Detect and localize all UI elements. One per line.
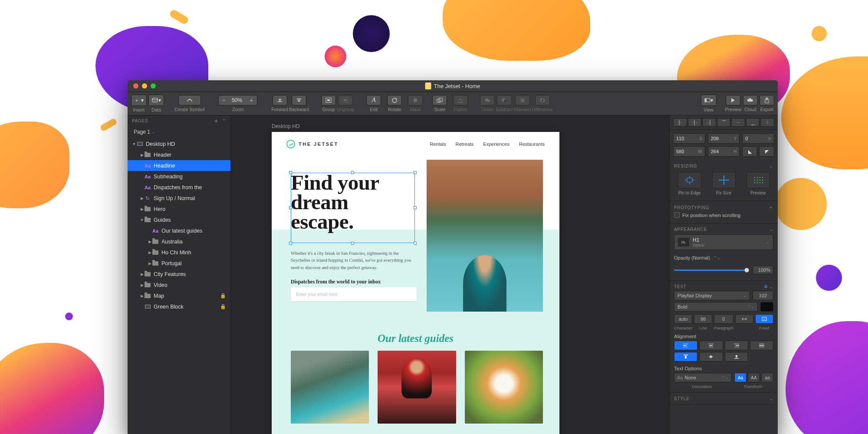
layer-row[interactable]: AaSubheading (128, 171, 230, 182)
character-spacing-input[interactable]: auto (674, 314, 692, 324)
align-center-v-button[interactable]: ─ (731, 118, 745, 127)
subtract-button[interactable] (497, 95, 512, 105)
layer-row[interactable]: ▶Header (128, 149, 230, 160)
insert-button[interactable]: ＋ ▾ (132, 95, 146, 105)
rotate-button[interactable] (387, 95, 402, 105)
align-left-button[interactable]: ┃▫ (673, 118, 687, 127)
scale-button[interactable] (432, 95, 447, 105)
text-style-selector[interactable]: H₁ H1Styles/ ⌄ (674, 234, 773, 250)
distribute-button[interactable]: ⫴ (760, 118, 774, 127)
align-top-button[interactable]: ▔ (717, 118, 731, 127)
font-weight-selector[interactable]: Bold⌃⌄ (674, 302, 758, 312)
font-family-selector[interactable]: Playfair Display⌄ (674, 291, 750, 300)
chevron-down-icon[interactable]: ⌄ (769, 164, 773, 168)
page-selector[interactable]: Page 1 ⌄ (128, 126, 230, 138)
resize-preview-button[interactable]: Preview (743, 172, 773, 195)
pages-collapse-icon[interactable]: ⌃ (222, 118, 226, 123)
layer-row[interactable]: AaHeadline (128, 160, 230, 171)
chevron-down-icon[interactable]: ⌄ (769, 227, 773, 232)
artboard-label[interactable]: Desktop HD (272, 123, 300, 129)
layer-row[interactable]: ▶City Features (128, 269, 230, 279)
forward-button[interactable] (273, 95, 287, 105)
add-icon[interactable]: ＋ (769, 204, 773, 210)
view-button[interactable]: ▾ (701, 95, 716, 105)
layer-row[interactable]: ▶Video (128, 279, 230, 290)
flip-v-button[interactable]: ◤ (759, 146, 774, 157)
x-input[interactable]: 110X (673, 133, 705, 144)
union-button[interactable] (480, 95, 495, 105)
decoration-selector[interactable]: AaNone⌃⌄ (674, 373, 732, 382)
paragraph-spacing-input[interactable]: 0 (714, 314, 733, 324)
layer-row[interactable]: ▶Map🔒 (128, 290, 230, 301)
auto-width-button[interactable] (735, 314, 753, 324)
opacity-slider[interactable] (674, 270, 749, 271)
resize-handle[interactable] (289, 171, 292, 174)
text-align-center-button[interactable] (699, 341, 723, 350)
transform-lower-button[interactable]: aa (761, 373, 773, 382)
transform-upper-button[interactable]: AA (748, 373, 760, 382)
selected-layer[interactable]: Find your dream escape. (291, 173, 415, 243)
text-align-left-button[interactable] (674, 341, 697, 350)
zoom-window-button[interactable] (151, 83, 156, 89)
intersect-button[interactable] (515, 95, 530, 105)
layer-row[interactable]: ▶↻Sign Up / Normal (128, 193, 230, 204)
resize-handle[interactable] (289, 206, 292, 209)
rotate-input[interactable]: 0⟳ (742, 133, 774, 144)
line-height-input[interactable]: 88 (694, 314, 712, 324)
backward-button[interactable] (292, 95, 306, 105)
layer-row[interactable]: ▼Desktop HD (128, 138, 230, 149)
resize-handle[interactable] (414, 171, 417, 174)
text-align-right-button[interactable] (725, 341, 748, 350)
resize-handle[interactable] (414, 206, 417, 209)
layer-row[interactable]: Green Block🔒 (128, 301, 230, 312)
resize-handle[interactable] (414, 242, 417, 245)
preview-button[interactable] (726, 95, 740, 105)
align-center-h-button[interactable]: ▫┃▫ (688, 118, 702, 127)
zoom-control[interactable]: − 50% ＋ (218, 95, 257, 105)
resize-handle[interactable] (351, 242, 354, 245)
resize-handle[interactable] (351, 171, 354, 174)
lock-icon[interactable]: 🔒 (220, 293, 226, 299)
layer-row[interactable]: ▼Guides (128, 214, 230, 225)
add-page-button[interactable]: ＋ (213, 117, 220, 125)
close-window-button[interactable] (133, 83, 138, 89)
width-input[interactable]: 580W (673, 146, 705, 157)
layer-row[interactable]: AaOur latest guides (128, 225, 230, 236)
layer-row[interactable]: ▶Australia (128, 236, 230, 247)
resize-handle[interactable] (289, 242, 292, 245)
flip-h-button[interactable]: ◣ (742, 146, 757, 157)
text-valign-top-button[interactable] (674, 352, 697, 362)
gear-icon[interactable]: ⚙ ⌄ (764, 284, 773, 289)
lock-icon[interactable]: 🔒 (220, 304, 226, 309)
layer-row[interactable]: AaDispatches from the (128, 182, 230, 193)
pin-to-edge-button[interactable]: Pin to Edge (674, 172, 705, 195)
canvas[interactable]: Desktop HD THE JETSET Rentals Retreats E… (231, 115, 669, 434)
export-button[interactable] (760, 95, 774, 105)
edit-button[interactable]: A (366, 95, 381, 105)
fix-size-button[interactable]: Fix Size (708, 172, 739, 195)
mask-button[interactable] (408, 95, 423, 105)
opacity-value[interactable]: 100% (753, 266, 773, 274)
text-align-justify-button[interactable] (750, 341, 773, 350)
align-right-button[interactable]: ▫┃ (702, 118, 716, 127)
group-button[interactable] (321, 95, 336, 105)
difference-button[interactable] (535, 95, 550, 105)
ungroup-button[interactable] (338, 95, 353, 105)
font-size-input[interactable]: 102 (753, 291, 773, 300)
layer-row[interactable]: ▶Hero (128, 204, 230, 214)
fixed-width-button[interactable] (755, 314, 773, 324)
create-symbol-button[interactable] (178, 95, 201, 105)
y-input[interactable]: 208Y (708, 133, 740, 144)
minimize-window-button[interactable] (142, 83, 147, 89)
text-valign-middle-button[interactable] (699, 352, 723, 362)
transform-none-button[interactable]: Aa (734, 373, 746, 382)
chevron-down-icon[interactable]: ⌄ (769, 396, 773, 401)
layer-row[interactable]: ▶Portugal (128, 258, 230, 269)
fix-position-checkbox[interactable]: Fix position when scrolling (674, 210, 773, 220)
cloud-button[interactable] (743, 95, 758, 105)
text-valign-bottom-button[interactable] (725, 352, 748, 362)
height-input[interactable]: 264H (708, 146, 740, 157)
text-color-swatch[interactable] (760, 302, 773, 312)
data-button[interactable]: ▾ (149, 95, 164, 105)
flatten-button[interactable] (453, 95, 468, 105)
